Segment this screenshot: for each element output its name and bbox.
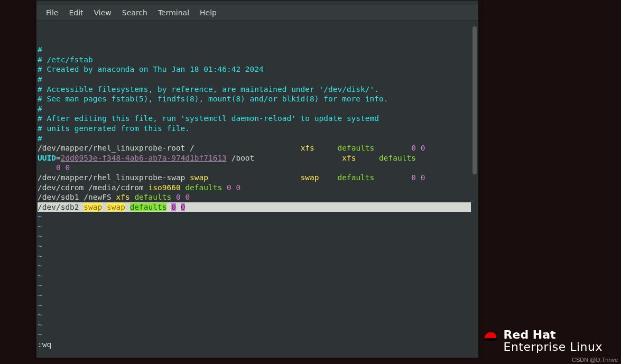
uuid-value: 2dd0953e-f348-4ab6-ab7a-974d1bf71613	[61, 154, 227, 162]
fs-opts: defaults	[337, 144, 374, 152]
fs-pass: 0	[421, 173, 425, 182]
terminal-window: File Edit View Search Terminal Help # # …	[36, 0, 479, 358]
redhat-logo: Red Hat Enterprise Linux	[483, 329, 603, 353]
vim-tilde: ~	[38, 330, 42, 339]
fs-mnt: swap	[190, 173, 208, 182]
fs-pass: 0	[236, 183, 240, 192]
fs-mnt: /boot	[231, 154, 255, 162]
terminal-editor[interactable]: # # /etc/fstab # Created by anaconda on …	[36, 21, 478, 358]
comment-line: #	[38, 75, 42, 83]
vim-tilde: ~	[38, 272, 42, 280]
fstab-row-current: /dev/sdb2 swap swap defaults 0 0	[38, 202, 471, 212]
svg-point-0	[484, 338, 497, 341]
fs-dump: 0	[176, 193, 181, 201]
vim-command-line[interactable]: :wq	[38, 340, 51, 349]
fs-type: swap	[301, 173, 319, 182]
fs-dump: 0	[227, 183, 231, 192]
vim-tilde: ~	[38, 232, 42, 240]
fs-opts: defaults	[379, 154, 416, 162]
fs-mnt: swap	[84, 203, 102, 211]
fstab-row: /dev/sdb1 /newFS xfs defaults 0 0	[38, 193, 190, 201]
fs-pass: 0	[181, 203, 186, 211]
vim-tilde: ~	[38, 321, 42, 329]
comment-line: # /etc/fstab	[38, 55, 93, 64]
comment-line: # After editing this file, run 'systemct…	[38, 114, 379, 123]
fs-dev: /dev/mapper/rhel_linuxprobe-root	[38, 144, 185, 152]
comment-line: #	[38, 45, 42, 54]
fs-dump: 0	[171, 203, 176, 211]
redhat-line1: Red Hat	[504, 329, 603, 341]
menu-edit[interactable]: Edit	[63, 6, 88, 19]
vim-tilde: ~	[38, 311, 42, 319]
comment-line: # See man pages fstab(5), findfs(8), mou…	[38, 95, 388, 103]
fs-type: xfs	[116, 193, 129, 201]
vim-tilde: ~	[38, 242, 42, 250]
comment-line: # units generated from this file.	[38, 124, 190, 133]
redhat-text: Red Hat Enterprise Linux	[504, 329, 603, 353]
redhat-hat-icon	[483, 330, 498, 342]
uuid-eq: =	[56, 154, 61, 162]
vim-tilde: ~	[38, 212, 42, 221]
fs-type: xfs	[342, 154, 356, 162]
uuid-label: UUID	[38, 154, 56, 162]
redhat-line2: Enterprise Linux	[504, 341, 603, 353]
vim-tilde: ~	[38, 262, 42, 270]
menu-file[interactable]: File	[41, 6, 63, 19]
fs-type: iso9660	[149, 183, 181, 192]
menu-view[interactable]: View	[89, 6, 117, 19]
fs-dev: /dev/cdrom	[38, 183, 84, 192]
vim-tilde: ~	[38, 252, 42, 260]
fs-pass: 0	[65, 163, 70, 172]
fstab-row: /dev/cdrom /media/cdrom iso9660 defaults…	[38, 183, 240, 192]
menu-search[interactable]: Search	[117, 6, 153, 19]
titlebar	[36, 1, 478, 5]
comment-line: #	[38, 105, 42, 113]
fs-pass: 0	[185, 193, 190, 201]
scrollbar-thumb[interactable]	[472, 26, 477, 174]
vim-tilde: ~	[38, 222, 42, 231]
fs-type: swap	[107, 203, 125, 211]
comment-line: # Created by anaconda on Thu Jan 18 01:4…	[38, 65, 264, 73]
fs-mnt: /newFS	[84, 193, 111, 201]
comment-line: #	[38, 134, 42, 143]
menu-help[interactable]: Help	[194, 6, 222, 19]
fs-dev: /dev/mapper/rhel_linuxprobe-swap	[38, 173, 185, 182]
fs-dump: 0	[56, 163, 61, 172]
menubar: File Edit View Search Terminal Help	[36, 5, 478, 21]
fs-dev: /dev/sdb1	[38, 193, 79, 201]
fstab-row: /dev/mapper/rhel_linuxprobe-swap swap sw…	[38, 173, 425, 182]
fs-mnt: /media/cdrom	[88, 183, 144, 192]
fs-opts: defaults	[185, 183, 222, 192]
fs-opts: defaults	[130, 203, 167, 211]
fs-dump: 0	[411, 173, 416, 182]
fs-pass: 0	[421, 144, 425, 152]
fs-dev: /dev/sdb2	[38, 203, 79, 211]
fs-opts: defaults	[134, 193, 171, 201]
fstab-row: UUID=2dd0953e-f348-4ab6-ab7a-974d1bf7161…	[38, 154, 439, 172]
menu-terminal[interactable]: Terminal	[153, 6, 194, 19]
vim-tilde: ~	[38, 281, 42, 290]
fs-type: xfs	[301, 144, 314, 152]
watermark: CSDN @D.Thrive	[572, 357, 618, 363]
fs-opts: defaults	[337, 173, 374, 182]
vim-tilde: ~	[38, 291, 42, 300]
fs-mnt: /	[190, 144, 194, 152]
fstab-row: /dev/mapper/rhel_linuxprobe-root / xfs d…	[38, 144, 425, 152]
comment-line: # Accessible filesystems, by reference, …	[38, 85, 379, 94]
fs-dump: 0	[411, 144, 416, 152]
vim-tilde: ~	[38, 301, 42, 310]
